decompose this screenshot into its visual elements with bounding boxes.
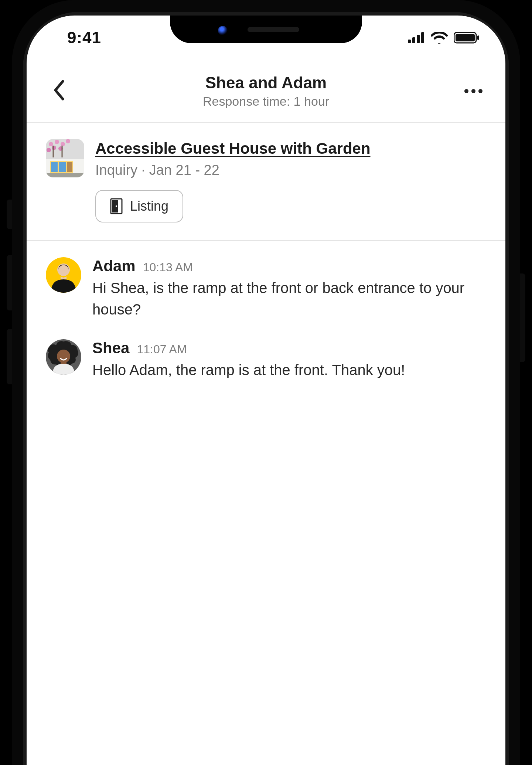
listing-title-link[interactable]: Accessible Guest House with Garden xyxy=(95,139,486,159)
message-sender: Shea xyxy=(92,339,129,357)
avatar[interactable] xyxy=(46,339,81,375)
message-thread[interactable]: Adam 10:13 AM Hi Shea, is the ramp at th… xyxy=(27,241,505,416)
svg-rect-3 xyxy=(421,32,424,43)
phone-power-button xyxy=(519,273,525,362)
listing-info: Accessible Guest House with Garden Inqui… xyxy=(95,139,486,222)
svg-rect-0 xyxy=(408,40,411,43)
svg-point-29 xyxy=(57,350,70,363)
battery-icon xyxy=(454,32,480,44)
message-body: Shea 11:07 AM Hello Adam, the ramp is at… xyxy=(92,339,486,381)
svg-rect-5 xyxy=(456,34,475,41)
message-sender: Adam xyxy=(92,257,136,275)
message-header: Shea 11:07 AM xyxy=(92,339,486,357)
message-row: Shea 11:07 AM Hello Adam, the ramp is at… xyxy=(46,339,486,381)
phone-screen: 9:41 xyxy=(27,16,505,765)
message-time: 10:13 AM xyxy=(143,261,193,274)
svg-rect-1 xyxy=(412,37,415,43)
view-listing-label: Listing xyxy=(130,198,168,214)
speaker-grille-icon xyxy=(248,27,299,32)
response-time-label: Response time: 1 hour xyxy=(203,94,329,109)
svg-rect-2 xyxy=(417,35,420,43)
status-time: 9:41 xyxy=(67,28,101,47)
conversation-title: Shea and Adam xyxy=(203,74,329,92)
message-body: Adam 10:13 AM Hi Shea, is the ramp at th… xyxy=(92,257,486,320)
listing-meta: Inquiry · Jan 21 - 22 xyxy=(95,162,486,178)
svg-point-15 xyxy=(55,140,59,144)
phone-frame: 9:41 xyxy=(12,0,520,765)
avatar[interactable] xyxy=(46,257,81,293)
phone-inner-ring: 9:41 xyxy=(23,12,509,765)
wifi-icon xyxy=(431,32,448,44)
svg-point-20 xyxy=(47,148,51,152)
front-camera-icon xyxy=(218,26,228,35)
listing-thumbnail xyxy=(46,139,84,177)
svg-rect-13 xyxy=(46,173,84,177)
svg-rect-12 xyxy=(67,162,72,172)
back-button[interactable] xyxy=(46,78,72,104)
svg-point-25 xyxy=(116,205,117,207)
chevron-left-icon xyxy=(52,80,65,102)
svg-point-14 xyxy=(49,142,53,146)
svg-point-17 xyxy=(66,139,70,143)
more-options-button[interactable] xyxy=(460,78,486,104)
nav-title-block: Shea and Adam Response time: 1 hour xyxy=(203,74,329,109)
nav-header: Shea and Adam Response time: 1 hour xyxy=(27,60,505,123)
svg-rect-6 xyxy=(477,35,479,40)
svg-point-16 xyxy=(61,142,65,146)
svg-point-27 xyxy=(57,264,70,276)
message-text: Hi Shea, is the ramp at the front or bac… xyxy=(92,277,486,320)
door-icon xyxy=(110,198,123,214)
listing-summary-card[interactable]: Accessible Guest House with Garden Inqui… xyxy=(27,123,505,241)
svg-rect-10 xyxy=(51,162,58,172)
more-icon xyxy=(464,89,468,93)
message-row: Adam 10:13 AM Hi Shea, is the ramp at th… xyxy=(46,257,486,320)
more-icon xyxy=(471,89,475,93)
phone-notch xyxy=(170,16,362,43)
view-listing-button[interactable]: Listing xyxy=(95,190,183,222)
svg-rect-11 xyxy=(59,162,66,172)
cellular-signal-icon xyxy=(408,32,425,43)
message-header: Adam 10:13 AM xyxy=(92,257,486,275)
status-indicators xyxy=(408,32,480,44)
more-icon xyxy=(478,89,482,93)
message-text: Hello Adam, the ramp is at the front. Th… xyxy=(92,359,486,381)
message-time: 11:07 AM xyxy=(137,343,187,356)
svg-point-18 xyxy=(52,146,56,150)
